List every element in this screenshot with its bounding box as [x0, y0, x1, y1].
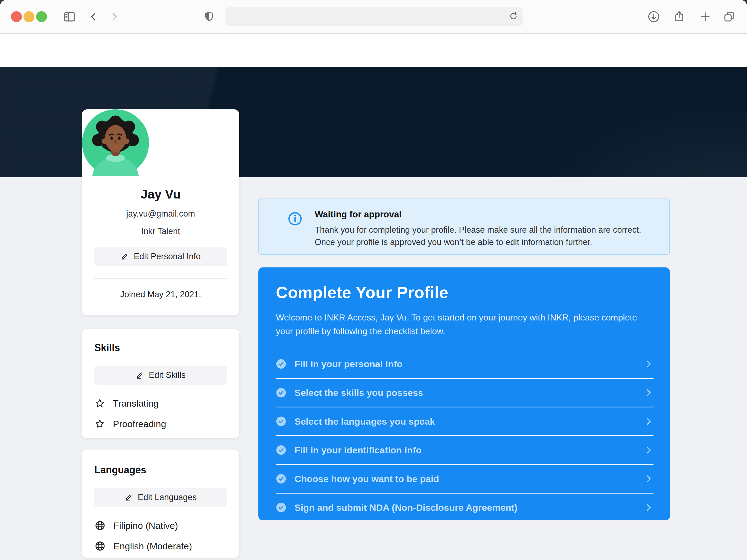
skill-item: Proofreading	[94, 415, 227, 433]
checklist-label: Choose how you want to be paid	[294, 474, 439, 484]
address-bar[interactable]	[225, 7, 523, 26]
language-label: Filipino (Native)	[113, 520, 178, 531]
edit-pen-icon	[121, 252, 129, 261]
browser-toolbar	[0, 0, 747, 34]
globe-icon	[94, 520, 106, 531]
card-divider	[94, 278, 227, 279]
sidebar-toggle-icon[interactable]	[62, 10, 77, 24]
edit-pen-icon	[136, 371, 145, 380]
joined-date: Joined May 21, 2021.	[82, 289, 239, 299]
zoom-window-button[interactable]	[36, 11, 47, 22]
checklist-item-nda[interactable]: Sign and submit NDA (Non-Disclosure Agre…	[276, 493, 653, 521]
close-window-button[interactable]	[11, 11, 22, 22]
checklist-item-skills[interactable]: Select the skills you possess	[276, 379, 653, 407]
chevron-right-icon	[644, 445, 653, 455]
complete-profile-card: Complete Your Profile Welcome to INKR Ac…	[258, 268, 670, 520]
check-circle-icon	[276, 387, 286, 398]
languages-title: Languages	[94, 450, 227, 476]
star-icon	[94, 398, 105, 409]
chevron-right-icon	[644, 388, 653, 398]
edit-skills-button[interactable]: Edit Skills	[94, 365, 227, 385]
downloads-icon[interactable]	[647, 10, 660, 24]
profile-role: Inkr Talent	[82, 226, 239, 236]
star-icon	[94, 418, 105, 429]
languages-card: Languages Edit Languages Filipino (Nativ…	[82, 450, 239, 558]
checklist-item-personal-info[interactable]: Fill in your personal info	[276, 350, 653, 378]
banner-body: Thank you for completing your profile. P…	[315, 224, 646, 248]
language-item: Filipino (Native)	[94, 517, 227, 534]
skills-card: Skills Edit Skills Translating Proofread…	[82, 329, 239, 438]
info-icon	[287, 211, 303, 226]
checklist-item-payment[interactable]: Choose how you want to be paid	[276, 465, 653, 493]
forward-icon[interactable]	[109, 11, 120, 22]
check-circle-icon	[276, 445, 286, 455]
language-label: English (Moderate)	[113, 541, 192, 552]
checklist-label: Fill in your identification info	[294, 445, 422, 456]
app-header: ACCESS	[0, 34, 747, 67]
edit-languages-button[interactable]: Edit Languages	[94, 488, 227, 507]
checklist-label: Select the languages you speak	[294, 416, 435, 427]
chevron-right-icon	[644, 359, 653, 369]
profile-card: Jay Vu jay.vu@gmail.com Inkr Talent Edit…	[82, 109, 239, 315]
skills-title: Skills	[94, 329, 227, 354]
banner-title: Waiting for approval	[315, 208, 646, 221]
edit-personal-info-button[interactable]: Edit Personal Info	[94, 247, 227, 266]
chevron-right-icon	[644, 503, 653, 512]
profile-email: jay.vu@gmail.com	[82, 209, 239, 219]
chevron-right-icon	[644, 416, 653, 426]
checklist-item-identification[interactable]: Fill in your identification info	[276, 436, 653, 464]
edit-languages-label: Edit Languages	[138, 492, 197, 502]
checklist-label: Sign and submit NDA (Non-Disclosure Agre…	[294, 502, 517, 513]
complete-profile-intro: Welcome to INKR Access, Jay Vu. To get s…	[276, 311, 653, 338]
new-tab-icon[interactable]	[699, 10, 712, 23]
checklist-label: Select the skills you possess	[294, 387, 423, 398]
browser-window: ACCESS	[0, 0, 747, 560]
minimize-window-button[interactable]	[24, 11, 34, 22]
check-circle-icon	[276, 359, 286, 369]
tab-overview-icon[interactable]	[722, 10, 736, 24]
share-icon[interactable]	[673, 9, 686, 24]
reload-icon[interactable]	[508, 11, 519, 22]
shield-icon[interactable]	[203, 9, 215, 24]
language-item: English (Moderate)	[94, 537, 227, 555]
profile-avatar	[82, 109, 239, 176]
globe-icon	[94, 540, 106, 552]
check-circle-icon	[276, 416, 286, 427]
profile-name: Jay Vu	[82, 187, 239, 202]
skill-label: Proofreading	[113, 418, 166, 429]
check-circle-icon	[276, 502, 286, 513]
edit-skills-label: Edit Skills	[149, 370, 185, 380]
chevron-right-icon	[644, 474, 653, 484]
approval-banner: Waiting for approval Thank you for compl…	[258, 199, 670, 255]
check-circle-icon	[276, 474, 286, 484]
skill-item: Translating	[94, 394, 227, 412]
edit-personal-info-label: Edit Personal Info	[134, 252, 201, 261]
edit-pen-icon	[125, 493, 133, 502]
checklist-item-languages[interactable]: Select the languages you speak	[276, 407, 653, 435]
back-icon[interactable]	[88, 11, 99, 22]
checklist: Fill in your personal info Select the sk…	[276, 350, 653, 521]
skill-label: Translating	[113, 398, 159, 409]
checklist-label: Fill in your personal info	[294, 359, 403, 370]
complete-profile-title: Complete Your Profile	[276, 268, 653, 302]
